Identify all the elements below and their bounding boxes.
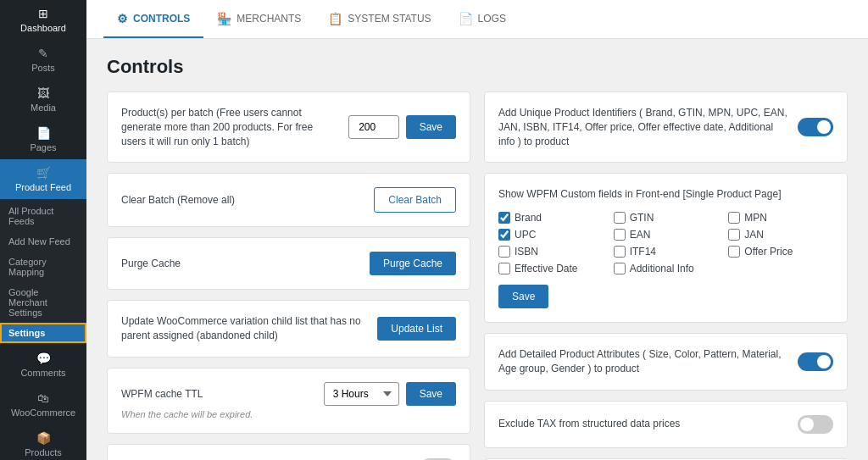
submenu-add-new-feed[interactable]: Add New Feed xyxy=(0,231,86,252)
sidebar-item-dashboard[interactable]: ⊞ Dashboard xyxy=(0,0,86,40)
unique-identifiers-card: Add Unique Product Identifiers ( Brand, … xyxy=(484,91,848,163)
update-list-label: Update WooCommerce variation child list … xyxy=(121,314,367,343)
custom-fields-title: Show WPFM Custom fields in Front-end [Si… xyxy=(498,187,833,202)
checkbox-isbn[interactable]: ISBN xyxy=(498,246,604,258)
checkbox-additional-info[interactable]: Additional Info xyxy=(614,263,719,274)
system-status-nav-icon: 📋 xyxy=(328,12,342,25)
checkbox-ean[interactable]: EAN xyxy=(614,229,719,241)
left-column: Product(s) per batch (Free users cannot … xyxy=(107,91,470,460)
purge-cache-button[interactable]: Purge Cache xyxy=(370,252,456,275)
remove-plugin-data-card: Remove All Plugin Data on Plugin Uninsta… xyxy=(107,444,470,460)
clear-batch-row: Clear Batch (Remove all) Clear Batch xyxy=(121,187,456,213)
sidebar-item-media[interactable]: 🖼 Media xyxy=(0,80,86,119)
content-grid: Product(s) per batch (Free users cannot … xyxy=(107,91,848,460)
main-area: ⚙ CONTROLS 🏪 MERCHANTS 📋 SYSTEM STATUS 📄… xyxy=(86,0,868,460)
pages-icon: 📄 xyxy=(36,126,51,140)
unique-identifiers-row: Add Unique Product Identifiers ( Brand, … xyxy=(498,106,833,148)
sidebar-item-comments[interactable]: 💬 Comments xyxy=(0,345,86,385)
purge-cache-label: Purge Cache xyxy=(121,257,359,271)
dashboard-icon: ⊞ xyxy=(38,7,48,20)
product-feed-icon: 🛒 xyxy=(36,166,51,180)
toggle-slider xyxy=(798,352,833,371)
exclude-tax-toggle[interactable] xyxy=(798,415,833,434)
logs-nav-icon: 📄 xyxy=(459,12,473,25)
toggle-slider xyxy=(798,415,833,434)
custom-fields-card: Show WPFM Custom fields in Front-end [Si… xyxy=(484,173,848,323)
cache-ttl-label: WPFM cache TTL xyxy=(121,387,314,402)
batch-save-button[interactable]: Save xyxy=(406,115,456,139)
submenu-google-merchant[interactable]: Google Merchant Settings xyxy=(0,282,86,323)
merchants-nav-icon: 🏪 xyxy=(217,12,231,25)
cache-ttl-hint: When the cache will be expired. xyxy=(121,409,456,419)
clear-batch-label: Clear Batch (Remove all) xyxy=(121,193,364,208)
cache-ttl-select[interactable]: 1 Hour 3 Hours 6 Hours 12 Hours 24 Hours xyxy=(324,382,399,406)
detailed-attributes-label: Add Detailed Product Attributes ( Size, … xyxy=(498,347,787,376)
comments-icon: 💬 xyxy=(36,352,51,365)
checkboxes-grid: Brand GTIN MPN UPC EAN xyxy=(498,212,833,274)
checkbox-jan[interactable]: JAN xyxy=(728,229,833,241)
page-title: Controls xyxy=(107,56,848,78)
checkbox-brand[interactable]: Brand xyxy=(498,212,604,224)
toggle-slider xyxy=(798,118,833,136)
media-icon: 🖼 xyxy=(37,86,49,100)
unique-identifiers-toggle[interactable] xyxy=(798,118,833,136)
submenu-category-mapping[interactable]: Category Mapping xyxy=(0,252,86,282)
checkbox-gtin[interactable]: GTIN xyxy=(614,212,719,224)
clear-batch-button[interactable]: Clear Batch xyxy=(374,187,456,213)
batch-label: Product(s) per batch (Free users cannot … xyxy=(121,106,338,148)
tab-controls[interactable]: ⚙ CONTROLS xyxy=(103,0,203,38)
sidebar-item-posts[interactable]: ✎ Posts xyxy=(0,40,86,80)
controls-nav-icon: ⚙ xyxy=(117,12,128,25)
submenu-settings[interactable]: Settings xyxy=(0,323,86,343)
purge-cache-card: Purge Cache Purge Cache xyxy=(107,237,470,290)
exclude-tax-label: Exclude TAX from structured data prices xyxy=(498,417,787,431)
checkbox-mpn[interactable]: MPN xyxy=(728,212,833,224)
update-list-button[interactable]: Update List xyxy=(377,317,456,341)
exclude-tax-row: Exclude TAX from structured data prices xyxy=(498,415,833,434)
sidebar-item-pages[interactable]: 📄 Pages xyxy=(0,119,86,159)
cache-ttl-row: WPFM cache TTL 1 Hour 3 Hours 6 Hours 12… xyxy=(121,382,456,406)
content-area: Controls Product(s) per batch (Free user… xyxy=(86,39,868,460)
right-column: Add Unique Product Identifiers ( Brand, … xyxy=(484,91,848,460)
batch-row: Product(s) per batch (Free users cannot … xyxy=(121,106,456,148)
checkbox-effective-date[interactable]: Effective Date xyxy=(498,263,604,274)
checkbox-itf14[interactable]: ITF14 xyxy=(614,246,719,258)
clear-batch-card: Clear Batch (Remove all) Clear Batch xyxy=(107,173,470,227)
unique-identifiers-label: Add Unique Product Identifiers ( Brand, … xyxy=(498,106,787,148)
submenu-all-product-feeds[interactable]: All Product Feeds xyxy=(0,201,86,231)
tab-logs[interactable]: 📄 LOGS xyxy=(445,0,520,38)
checkbox-offer-price[interactable]: Offer Price xyxy=(728,246,833,258)
posts-icon: ✎ xyxy=(38,47,48,60)
woocommerce-icon: 🛍 xyxy=(37,391,49,405)
batch-card: Product(s) per batch (Free users cannot … xyxy=(107,91,470,163)
detailed-attributes-toggle[interactable] xyxy=(798,352,833,371)
sidebar-item-product-feed[interactable]: 🛒 Product Feed xyxy=(0,159,86,199)
purge-cache-row: Purge Cache Purge Cache xyxy=(121,252,456,275)
update-list-card: Update WooCommerce variation child list … xyxy=(107,300,470,357)
orange-arrow-annotation xyxy=(86,186,103,214)
products-icon: 📦 xyxy=(36,431,51,445)
sidebar-item-woocommerce[interactable]: 🛍 WooCommerce xyxy=(0,385,86,424)
detailed-attributes-card: Add Detailed Product Attributes ( Size, … xyxy=(484,333,848,391)
exclude-tax-card: Exclude TAX from structured data prices xyxy=(484,401,848,448)
sidebar: ⊞ Dashboard ✎ Posts 🖼 Media 📄 Pages 🛒 Pr… xyxy=(0,0,86,460)
cache-ttl-card: WPFM cache TTL 1 Hour 3 Hours 6 Hours 12… xyxy=(107,368,470,434)
cache-ttl-controls: 1 Hour 3 Hours 6 Hours 12 Hours 24 Hours… xyxy=(324,382,456,406)
custom-fields-save-button[interactable]: Save xyxy=(498,285,548,308)
cache-ttl-save-button[interactable]: Save xyxy=(406,382,456,406)
checkbox-upc[interactable]: UPC xyxy=(498,229,604,241)
batch-input[interactable] xyxy=(348,115,399,139)
top-nav: ⚙ CONTROLS 🏪 MERCHANTS 📋 SYSTEM STATUS 📄… xyxy=(86,0,868,39)
tab-merchants[interactable]: 🏪 MERCHANTS xyxy=(203,0,314,38)
update-list-row: Update WooCommerce variation child list … xyxy=(121,314,456,343)
sidebar-item-products[interactable]: 📦 Products xyxy=(0,424,86,460)
detailed-attributes-row: Add Detailed Product Attributes ( Size, … xyxy=(498,347,833,376)
tab-system-status[interactable]: 📋 SYSTEM STATUS xyxy=(314,0,444,38)
